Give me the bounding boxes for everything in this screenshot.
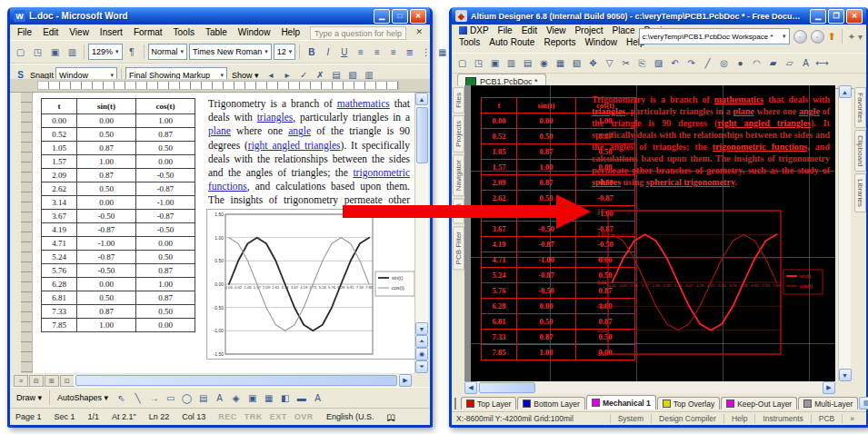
status-button-instruments[interactable]: Instruments: [754, 414, 810, 423]
show-paragraph-marks-icon[interactable]: ¶: [125, 44, 140, 59]
outline-view-icon[interactable]: ⊡: [60, 375, 75, 387]
panel-tab-clipboard[interactable]: Clipboard: [854, 130, 866, 172]
align-left-icon[interactable]: ≡: [353, 44, 368, 59]
print-icon[interactable]: ▥: [504, 56, 519, 71]
word-menu-file[interactable]: File: [12, 26, 37, 38]
copy-icon[interactable]: ⎘: [634, 56, 650, 71]
horizontal-ruler[interactable]: [10, 79, 430, 93]
paste-icon[interactable]: ▨: [651, 56, 666, 71]
open-icon[interactable]: ◳: [471, 56, 486, 71]
status-button-pcb[interactable]: PCB: [811, 414, 842, 423]
select-browse-object-icon[interactable]: ◉: [415, 348, 428, 360]
line-color-icon[interactable]: ▬: [294, 390, 309, 405]
altium-menu-dxp[interactable]: DXP: [454, 25, 494, 36]
style-combo[interactable]: Normal▾: [148, 44, 188, 60]
line-spacing-icon[interactable]: ≣: [402, 44, 417, 59]
clip-art-icon[interactable]: ▣: [244, 390, 260, 405]
open-icon[interactable]: ◳: [30, 44, 45, 59]
place-polygon-icon[interactable]: ▰: [765, 56, 781, 71]
close-button[interactable]: ✕: [846, 9, 863, 24]
italic-icon[interactable]: I: [320, 44, 335, 59]
undo-icon[interactable]: ↶: [667, 56, 683, 71]
status-button-design-compiler[interactable]: Design Compiler: [651, 414, 723, 423]
layer-tab-multi-layer[interactable]: Multi-Layer: [798, 397, 858, 409]
layer-snap-icon[interactable]: ▧: [859, 397, 868, 409]
place-pad-icon[interactable]: ◎: [716, 56, 732, 71]
word-document-page[interactable]: tsin(t)cos(t)0.000.001.000.520.500.871.0…: [21, 93, 415, 373]
altium-horizontal-scrollbar[interactable]: ◀ ▶: [464, 382, 835, 393]
word-data-table-container[interactable]: tsin(t)cos(t)0.000.001.000.520.500.871.0…: [41, 98, 195, 332]
altium-menu-project[interactable]: Project: [570, 25, 607, 36]
scroll-up-icon[interactable]: ▲: [839, 85, 852, 98]
zoom-icon[interactable]: ◉: [536, 56, 552, 71]
customize-icon[interactable]: ✦ ▾: [848, 32, 863, 42]
layer-tab-keep-out-layer[interactable]: Keep-Out Layer: [721, 397, 797, 409]
picture-icon[interactable]: ▦: [261, 390, 276, 405]
panel-tab-navigator[interactable]: Navigator: [453, 154, 464, 196]
place-text-icon[interactable]: A: [798, 56, 813, 71]
word-menu-view[interactable]: View: [64, 26, 95, 38]
redo-icon[interactable]: ↷: [683, 56, 699, 71]
font-size-combo[interactable]: 12▾: [274, 44, 296, 60]
web-layout-view-icon[interactable]: ⊟: [29, 375, 44, 387]
pcb-canvas[interactable]: tsin(t)cos(t)0.000.001.000.520.500.871.0…: [464, 85, 835, 381]
menubar-close-icon[interactable]: ✕: [415, 27, 423, 36]
scroll-down-icon[interactable]: ▼: [415, 322, 428, 335]
altium-menu-tools[interactable]: Tools: [454, 36, 484, 48]
normal-view-icon[interactable]: ≡: [14, 375, 28, 387]
select-objects-icon[interactable]: ⇖: [114, 390, 129, 405]
altium-vertical-scrollbar[interactable]: ▲ ▼: [838, 85, 851, 381]
font-color2-icon[interactable]: A: [310, 390, 325, 405]
arrow-icon[interactable]: →: [146, 390, 162, 405]
scroll-right-icon[interactable]: ▶: [399, 374, 412, 387]
maximize-button[interactable]: □: [392, 9, 408, 24]
word-vertical-scrollbar[interactable]: ▲ ▼ ⏶ ◉ ⏷: [414, 93, 428, 373]
browse-previous-icon[interactable]: ⏶: [415, 335, 428, 348]
align-right-icon[interactable]: ≡: [385, 44, 401, 59]
scroll-left-icon[interactable]: ◀: [464, 381, 477, 394]
scroll-down-icon[interactable]: ▼: [839, 369, 852, 381]
altium-menu-view[interactable]: View: [542, 25, 571, 36]
save-icon[interactable]: ▣: [487, 56, 503, 71]
line-icon[interactable]: ╲: [130, 390, 145, 405]
cut-icon[interactable]: ✂: [618, 56, 634, 71]
layer-tab-mechanical-1[interactable]: Mechanical 1: [586, 395, 656, 409]
current-layer-color-swatch[interactable]: [454, 398, 456, 409]
print-icon[interactable]: ▥: [65, 44, 80, 59]
save-icon[interactable]: ▣: [47, 44, 63, 59]
text-box-icon[interactable]: ▤: [195, 390, 211, 405]
close-button[interactable]: ✕: [410, 9, 426, 24]
workspace-combo[interactable]: c:\veryTemp\PCB1.PcbDoc Workspace *▾: [639, 28, 790, 44]
oval-icon[interactable]: ◯: [179, 390, 195, 405]
underline-icon[interactable]: U: [336, 44, 352, 59]
word-menu-edit[interactable]: Edit: [37, 26, 64, 38]
bold-icon[interactable]: B: [304, 44, 319, 59]
panel-tab-pcb-filter[interactable]: PCB Filter: [453, 226, 464, 270]
fill-color-icon[interactable]: ◧: [277, 390, 293, 405]
workspace-icon[interactable]: ◦: [793, 30, 807, 44]
select-area-icon[interactable]: ▧: [569, 56, 584, 71]
word-menu-insert[interactable]: Insert: [95, 26, 128, 38]
altium-titlebar[interactable]: ◆ Altium Designer 6.8 (Internal Build 90…: [452, 7, 866, 25]
word-menu-tools[interactable]: Tools: [168, 26, 200, 38]
vertical-ruler[interactable]: [21, 93, 33, 373]
altium-menu-auto-route[interactable]: Auto Route: [484, 36, 539, 48]
status-button-[interactable]: »: [842, 414, 862, 423]
restore-button[interactable]: ❐: [828, 9, 844, 24]
word-menu-table[interactable]: Table: [200, 26, 233, 38]
print-layout-view-icon[interactable]: ⊞: [45, 375, 59, 387]
place-component-icon[interactable]: ▱: [782, 56, 797, 71]
status-button-system[interactable]: System: [610, 414, 651, 423]
panel-tab-favorites[interactable]: Favorites: [854, 87, 866, 128]
scroll-right-icon[interactable]: ▶: [823, 381, 835, 394]
filter-icon[interactable]: ▽: [602, 56, 617, 71]
browse-next-icon[interactable]: ⏷: [415, 360, 428, 373]
zoom-combo[interactable]: 129%▾: [88, 44, 123, 60]
altium-menu-place[interactable]: Place: [608, 25, 640, 36]
altium-menu-window[interactable]: Window: [580, 36, 622, 48]
rectangle-icon[interactable]: ▭: [163, 390, 178, 405]
panel-tab-libraries[interactable]: Libraries: [854, 173, 866, 212]
move-icon[interactable]: ✥: [585, 56, 601, 71]
vault-icon[interactable]: ◦: [811, 30, 824, 44]
word-menu-window[interactable]: Window: [233, 26, 276, 38]
